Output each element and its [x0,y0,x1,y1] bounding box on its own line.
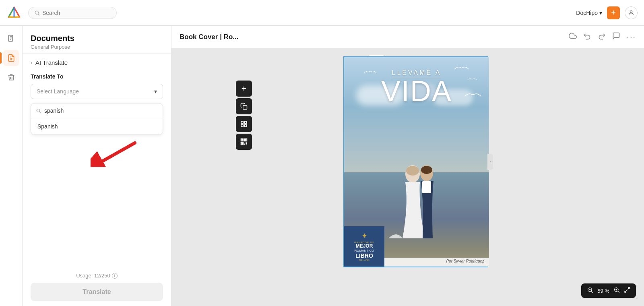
search-icon [36,108,41,114]
topbar: DocHipo ▾ + [0,0,644,26]
canvas-body: LLEVAME A VIDA [171,48,644,306]
language-search-dropdown: Spanish [31,103,163,135]
add-button[interactable]: + [607,6,620,19]
sidebar-item-documents[interactable] [3,31,19,47]
add-element-button[interactable] [236,81,252,97]
translate-button[interactable]: Translate [31,283,163,301]
svg-rect-31 [242,143,243,144]
ai-translate-back[interactable]: ‹ AI Translate [23,53,171,72]
select-language-dropdown[interactable]: Select Language ▾ [31,84,163,99]
svg-point-9 [37,109,40,112]
svg-line-46 [618,291,619,293]
svg-rect-25 [245,125,247,127]
svg-point-4 [630,10,632,12]
award-mejor: MEJOR [356,244,373,249]
svg-rect-29 [242,139,243,141]
search-icon [34,10,40,16]
svg-rect-22 [241,121,243,123]
zoom-out-button[interactable] [587,287,593,295]
red-arrow [91,139,139,167]
info-icon: i [112,273,118,279]
sidebar-title: Documents [31,34,163,43]
svg-point-38 [406,166,419,176]
svg-line-3 [38,14,39,15]
grid-view-button[interactable] [236,116,252,132]
svg-rect-23 [245,121,247,123]
search-input[interactable] [42,10,103,16]
canvas-title: Book Cover | Ro... [180,33,238,41]
sidebar-item-trash[interactable] [3,69,19,85]
more-options-icon[interactable]: ··· [627,32,636,41]
usage-text: Usage: 12/250 i [76,273,118,279]
fullscreen-button[interactable] [624,287,630,295]
svg-line-50 [625,290,627,292]
svg-point-2 [35,11,38,14]
language-search-input-wrapper [31,103,163,118]
canvas-area: Book Cover | Ro... [171,26,644,306]
comment-icon[interactable] [612,32,620,42]
book-vida-text: VIDA [344,76,489,105]
ai-translate-label: AI Translate [35,59,68,66]
svg-line-43 [591,291,593,293]
chevron-down-icon: ▾ [154,88,157,95]
book-title-area: LLEVAME A VIDA [344,69,489,105]
icon-nav [0,26,23,306]
book-cover-wrapper: LLEVAME A VIDA [343,56,488,267]
topbar-right: DocHipo ▾ + [576,6,638,19]
search-bar[interactable] [28,7,117,19]
svg-line-49 [627,287,630,289]
svg-rect-24 [241,125,243,127]
back-arrow-icon: ‹ [31,60,32,66]
sidebar-item-translate[interactable] [3,50,19,66]
canvas-header: Book Cover | Ro... [171,26,644,48]
author-text: Por Skylar Rodriguez [446,259,484,263]
brand-name[interactable]: DocHipo ▾ [576,10,602,16]
zoom-in-button[interactable] [613,287,620,295]
svg-rect-21 [243,105,247,110]
sidebar-footer: Usage: 12/250 i Translate [23,268,171,306]
main-layout: Documents General Purpose ‹ AI Translate… [0,0,644,306]
zoom-bar: 59 % [581,283,636,298]
logo[interactable] [6,5,22,21]
select-language-placeholder: Select Language [37,88,79,95]
copy-element-button[interactable] [236,98,252,114]
translate-to-label: Translate To [23,72,171,84]
award-icon: ✦ [361,232,367,240]
sidebar: Documents General Purpose ‹ AI Translate… [23,26,171,306]
qr-code-button[interactable] [236,134,252,150]
undo-icon[interactable] [583,32,591,42]
award-romantico: ROMÁNTICO [355,249,374,252]
sidebar-subtitle: General Purpose [31,44,163,50]
cloud-save-icon[interactable] [569,32,577,42]
svg-rect-30 [245,139,246,141]
svg-line-12 [103,143,135,161]
zoom-level: 59 % [597,288,609,294]
canvas-header-actions: ··· [569,32,636,42]
redo-icon[interactable] [598,32,606,42]
award-box: ✦ GANADOR DE MEJOR ROMÁNTICO LIBRO DEL A… [344,226,384,267]
couple-image [380,150,453,238]
svg-rect-41 [422,181,431,193]
spanish-option[interactable]: Spanish [31,118,163,134]
award-delaño: DEL AÑO [359,259,369,261]
language-search-input[interactable] [44,108,158,114]
floating-toolbar [236,81,252,150]
collapse-handle[interactable]: ‹ [487,154,493,170]
award-libro: LIBRO [355,252,373,259]
book-cover: LLEVAME A VIDA [344,57,489,267]
svg-line-10 [39,112,41,113]
sidebar-header: Documents General Purpose [23,26,171,53]
svg-point-40 [421,166,432,174]
profile-icon[interactable] [625,6,638,19]
